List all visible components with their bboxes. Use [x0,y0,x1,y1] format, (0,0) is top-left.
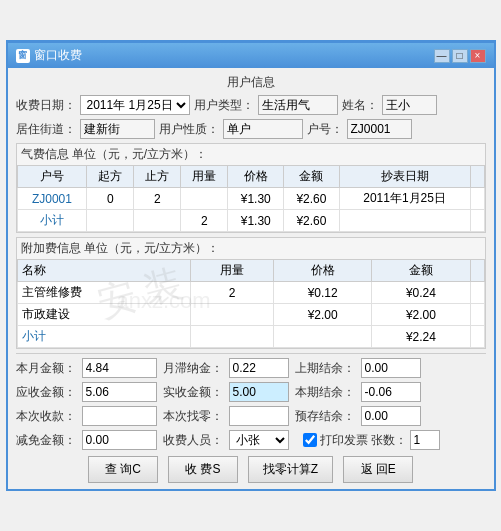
prev-balance-input[interactable] [361,358,421,378]
fee-button[interactable]: 收 费S [168,456,238,483]
addon-subtotal-amount: ¥2.24 [372,326,470,348]
monthly-fine-label: 月滞纳金： [163,360,223,377]
gas-subtotal-amount: ¥2.60 [284,210,340,232]
gas-start-1: 0 [87,188,134,210]
change-button[interactable]: 找零计算Z [248,456,333,483]
date-select[interactable]: 2011年 1月25日 [80,95,190,115]
title-bar-left: 窗 窗口收费 [16,47,82,64]
addon-name-1: 主管维修费 [17,282,191,304]
monthly-fine-input[interactable] [229,358,289,378]
sheets-label: 张数： [371,432,407,449]
discount-label: 减免金额： [16,432,76,449]
summary-row-2: 应收金额： 实收金额： 本期结余： [16,382,486,402]
gas-account-1[interactable]: ZJ0001 [17,188,87,210]
monthly-amount-label: 本月金额： [16,360,76,377]
receivable-label: 应收金额： [16,384,76,401]
gas-subtotal-start [87,210,134,232]
window-title: 窗口收费 [34,47,82,64]
prepaid-label: 预存结余： [295,408,355,425]
addon-subtotal-price [274,326,372,348]
gas-subtotal-extra [470,210,484,232]
prepaid-input[interactable] [361,406,421,426]
close-button[interactable]: × [470,49,486,63]
addon-price-1: ¥0.12 [274,282,372,304]
account-input [347,119,412,139]
col-amount: 金额 [284,166,340,188]
print-checkbox[interactable] [303,433,317,447]
addon-col-extra [470,260,484,282]
date-label: 收费日期： [16,97,76,114]
addon-col-usage: 用量 [191,260,274,282]
addon-col-name: 名称 [17,260,191,282]
minimize-button[interactable]: — [434,49,450,63]
maximize-button[interactable]: □ [452,49,468,63]
addon-col-price: 价格 [274,260,372,282]
discount-input[interactable] [82,430,157,450]
gas-fee-table: 户号 起方 止方 用量 价格 金额 抄表日期 ZJ0001 0 2 [17,165,485,232]
addon-amount-1: ¥0.24 [372,282,470,304]
print-label: 打印发票 [320,432,368,449]
addon-row-2: 市政建设 ¥2.00 ¥2.00 [17,304,484,326]
addon-usage-1: 2 [191,282,274,304]
gas-date-1: 2011年1月25日 [339,188,470,210]
user-type-input [258,95,338,115]
user-quality-input [223,119,303,139]
col-start: 起方 [87,166,134,188]
receivable-input[interactable] [82,382,157,402]
collection-input[interactable] [82,406,157,426]
gas-subtotal-usage: 2 [181,210,228,232]
actual-input[interactable] [229,382,289,402]
gas-extra-1 [470,188,484,210]
gas-subtotal-end [134,210,181,232]
addon-row-1: 主管维修费 2 ¥0.12 ¥0.24 [17,282,484,304]
col-usage: 用量 [181,166,228,188]
monthly-amount-input[interactable] [82,358,157,378]
addon-usage-2 [191,304,274,326]
title-controls: — □ × [434,49,486,63]
sheets-input[interactable] [410,430,440,450]
curr-balance-input[interactable] [361,382,421,402]
addon-fee-table: 名称 用量 价格 金额 主管维修费 2 ¥0.12 ¥0.24 [17,259,485,348]
addon-fee-header: 附加费信息 单位（元，元/立方米）： [17,238,485,259]
actual-label: 实收金额： [163,384,223,401]
account-label: 户号： [307,121,343,138]
addon-subtotal-label: 小计 [17,326,191,348]
return-button[interactable]: 返 回E [343,456,413,483]
addon-amount-2: ¥2.00 [372,304,470,326]
col-date: 抄表日期 [339,166,470,188]
window-icon: 窗 [16,49,30,63]
addon-subtotal-row: 小计 ¥2.24 [17,326,484,348]
summary-form: 本月金额： 月滞纳金： 上期结余： 应收金额： 实收金额： 本期结余： 本次收款… [16,358,486,450]
user-row-1: 收费日期： 2011年 1月25日 用户类型： 姓名： [16,95,486,115]
street-input [80,119,155,139]
summary-row-1: 本月金额： 月滞纳金： 上期结余： [16,358,486,378]
addon-fee-section: 附加费信息 单位（元，元/立方米）： 安 装 anxz.com 名称 用量 价格… [16,237,486,349]
change-input[interactable] [229,406,289,426]
user-row-2: 居住街道： 用户性质： 户号： [16,119,486,139]
gas-row-1: ZJ0001 0 2 ¥1.30 ¥2.60 2011年1月25日 [17,188,484,210]
curr-balance-label: 本期结余： [295,384,355,401]
addon-extra-2 [470,304,484,326]
street-label: 居住街道： [16,121,76,138]
gas-fee-header: 气费信息 单位（元，元/立方米）： [17,144,485,165]
collector-select[interactable]: 小张 [229,430,289,450]
gas-subtotal-price: ¥1.30 [228,210,284,232]
user-info-title: 用户信息 [16,74,486,91]
addon-extra-1 [470,282,484,304]
col-price: 价格 [228,166,284,188]
gas-subtotal-row: 小计 2 ¥1.30 ¥2.60 [17,210,484,232]
summary-row-3: 本次收款： 本次找零： 预存结余： [16,406,486,426]
query-button[interactable]: 查 询C [88,456,158,483]
collector-label: 收费人员： [163,432,223,449]
gas-usage-1 [181,188,228,210]
summary-row-4: 减免金额： 收费人员： 小张 打印发票 张数： [16,430,486,450]
gas-end-1: 2 [134,188,181,210]
content-area: 用户信息 收费日期： 2011年 1月25日 用户类型： 姓名： 居住街道： 用… [8,68,494,489]
divider-1 [16,353,486,354]
gas-amount-1: ¥2.60 [284,188,340,210]
name-input [382,95,437,115]
change-label: 本次找零： [163,408,223,425]
main-window: 窗 窗口收费 — □ × 用户信息 收费日期： 2011年 1月25日 用户类型… [6,40,496,491]
col-extra [470,166,484,188]
print-checkbox-row: 打印发票 张数： [303,430,440,450]
